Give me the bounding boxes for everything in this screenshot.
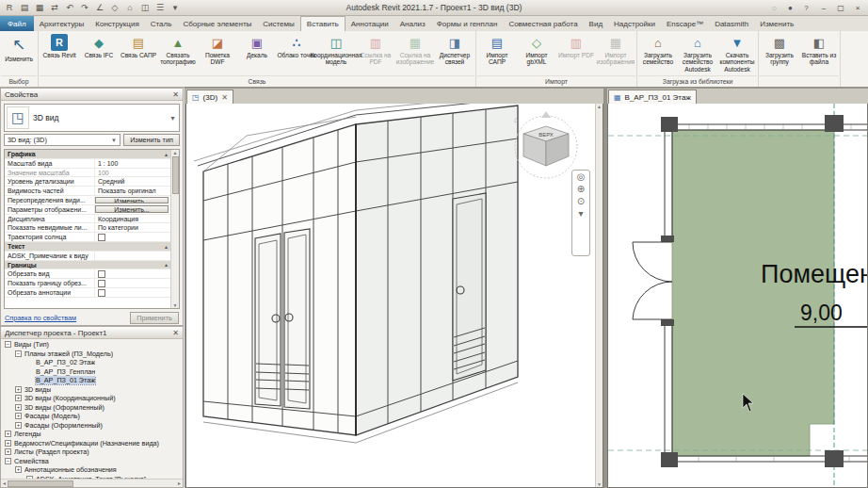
ribbon-tab[interactable]: Конструкция — [89, 17, 144, 31]
property-value[interactable]: 1 : 100 — [95, 159, 170, 168]
revit-logo-icon[interactable]: R — [3, 2, 16, 14]
canvas-plan[interactable]: Помещение 9,00 — [607, 104, 868, 488]
browser-tree-item[interactable]: В_АР_ПЗ_02 Этаж — [1, 358, 183, 367]
pan-icon-icon[interactable]: ⊕ — [577, 185, 585, 194]
expand-toggle-icon[interactable] — [5, 440, 11, 447]
ribbon-button[interactable]: Координационная модель — [316, 32, 356, 75]
expand-toggle-icon[interactable] — [15, 350, 22, 357]
close-icon[interactable]: ✕ — [221, 93, 228, 102]
property-row[interactable]: Видимость частей Показать оригинал — [5, 187, 170, 196]
ribbon-button[interactable]: Связать топографию — [158, 32, 198, 75]
browser-tree-item[interactable]: Фасады (Оформленный) — [1, 421, 183, 431]
property-row[interactable]: Показать границу обрез... — [5, 279, 170, 288]
browser-tree-item[interactable]: Аннотационные обозначения — [1, 465, 183, 475]
ribbon-tab[interactable]: Сборные элементы — [177, 17, 257, 31]
properties-help-link[interactable]: Справка по свойствам — [5, 314, 76, 322]
zoom-icon-icon[interactable]: ⊙ — [577, 197, 585, 206]
ribbon-button[interactable]: Импорт PDF — [556, 32, 596, 75]
expand-toggle-icon[interactable] — [15, 404, 22, 411]
file-menu-button[interactable]: Файл — [0, 16, 34, 31]
account-icon-icon[interactable]: ● — [783, 2, 797, 14]
sync-icon-icon[interactable]: ⇄ — [48, 2, 61, 14]
view-tab-plan[interactable]: ▦ В_АР_ПЗ_01 Этаж — [608, 89, 697, 104]
ribbon-tab[interactable]: Аннотации — [346, 17, 394, 31]
property-row[interactable]: Текст — [5, 242, 170, 252]
property-value[interactable]: 100 — [95, 169, 170, 177]
expand-toggle-icon[interactable] — [15, 386, 22, 393]
ribbon-tab[interactable]: Datasmith — [709, 17, 754, 31]
ribbon-tab[interactable]: Сталь — [145, 17, 178, 31]
ribbon-tab[interactable]: Анализ — [394, 17, 431, 31]
browser-tree-item[interactable]: Листы (Раздел проекта) — [1, 447, 183, 457]
navbar-dropdown-icon-icon[interactable]: ▾ — [578, 209, 583, 219]
ribbon-button[interactable]: Вставить из файла — [799, 32, 839, 75]
expand-toggle-icon[interactable] — [15, 413, 22, 419]
steering-wheel-icon-icon[interactable]: ◎ — [577, 172, 586, 182]
browser-tree-item[interactable]: Ведомости/Спецификации (Назначение вида) — [1, 439, 183, 448]
property-value[interactable]: Изменить... — [95, 197, 169, 204]
qat-dropdown-icon-icon[interactable]: ▾ — [169, 2, 182, 14]
property-row[interactable]: Обрезать вид — [5, 269, 170, 279]
ribbon-button[interactable]: Связь Revit — [40, 32, 79, 75]
property-row[interactable]: Параметры отображени... Изменить... — [5, 205, 170, 215]
open-icon-icon[interactable]: ▤ — [18, 2, 31, 14]
ribbon-button[interactable]: Ссылка на изображение — [395, 32, 435, 75]
ribbon-button[interactable]: Импорт gbXML — [517, 32, 556, 75]
view-3d-scrollbar[interactable]: ▲▼ — [595, 104, 603, 487]
property-value[interactable] — [95, 269, 170, 278]
property-value[interactable]: Изменить... — [95, 205, 169, 213]
browser-tree-item[interactable]: Планы этажей (ПЗ_Модель) — [1, 350, 183, 359]
ribbon-button[interactable]: Загрузить группу — [760, 32, 799, 75]
section-icon-icon[interactable]: ◫ — [138, 2, 152, 14]
canvas-3d[interactable]: ВЕРХ ⌂ ◎⊕⊙▾ ▲▼ — [185, 104, 603, 488]
ribbon-button[interactable]: Загрузить семейство Autodesk — [678, 32, 717, 75]
thin-lines-icon-icon[interactable]: ☰ — [153, 2, 167, 14]
default-3d-view-icon-icon[interactable]: ⌂ — [123, 2, 137, 14]
expand-toggle-icon[interactable] — [5, 448, 11, 455]
apply-button[interactable]: Применить — [130, 312, 179, 324]
property-row[interactable]: Дисциплина Координация — [5, 215, 170, 224]
expand-toggle-icon[interactable] — [15, 422, 22, 429]
ribbon-button[interactable]: Импорт изображения — [596, 32, 635, 75]
browser-tree-item[interactable]: Фасады (Модель) — [1, 412, 183, 421]
redo-icon-icon[interactable]: ↷ — [78, 2, 91, 14]
ribbon-button[interactable]: Загрузить семейство — [638, 32, 678, 75]
browser-tree-item[interactable]: 3D виды (Координационный) — [1, 394, 183, 403]
property-row[interactable]: Переопределения види... Изменить... — [5, 196, 170, 205]
viewcube[interactable]: ВЕРХ ⌂ — [514, 111, 577, 178]
ribbon-panel-label[interactable]: Загрузка из библиотеки — [638, 75, 757, 87]
help-icon-icon[interactable]: ? — [799, 2, 813, 14]
property-row[interactable]: Границы — [5, 261, 170, 270]
expand-toggle-icon[interactable] — [15, 395, 22, 401]
search-icon-icon[interactable]: ◌ — [767, 2, 781, 14]
chevron-down-icon[interactable]: ▼ — [169, 115, 179, 122]
view-instance-combo[interactable]: 3D вид: (3D) ▼ — [4, 134, 121, 146]
ribbon-button[interactable]: Связь IFC — [79, 32, 119, 75]
property-value[interactable]: Показать оригинал — [95, 187, 170, 195]
ribbon-button[interactable]: Ссылка на PDF — [356, 32, 395, 75]
ribbon-tab[interactable]: Совместная работа — [503, 17, 583, 31]
ribbon-button[interactable]: Пометка DWF — [198, 32, 237, 75]
browser-tree-item[interactable]: Семейства — [1, 457, 183, 466]
home-icon[interactable]: ⌂ — [514, 115, 519, 124]
property-row[interactable]: Обрезать аннотации — [5, 288, 170, 298]
undo-icon-icon[interactable]: ↶ — [63, 2, 76, 14]
expand-toggle-icon[interactable] — [5, 431, 11, 437]
browser-horizontal-scrollbar[interactable]: ◄► — [1, 479, 183, 487]
property-row[interactable]: Траектория солнца — [5, 233, 170, 242]
property-value[interactable] — [95, 233, 170, 241]
property-row[interactable]: Показать невидимые ли... По категории — [5, 223, 170, 233]
ribbon-panel-label[interactable]: Импорт — [477, 75, 635, 87]
property-value[interactable] — [95, 279, 170, 287]
property-value[interactable] — [95, 288, 170, 297]
save-icon-icon[interactable]: ▦ — [33, 2, 46, 14]
ribbon-button[interactable]: Скачать компоненты Autodesk — [717, 32, 757, 75]
ribbon-button[interactable]: Импорт САПР — [477, 32, 517, 75]
expand-toggle-icon[interactable] — [15, 466, 22, 473]
ribbon-button[interactable]: Диспетчер связей — [435, 32, 474, 75]
ribbon-button[interactable]: Декаль — [237, 32, 277, 75]
property-value[interactable]: Координация — [95, 215, 170, 223]
ribbon-button[interactable]: Изменить — [1, 32, 37, 75]
browser-tree-item[interactable]: Виды (Тип) — [1, 340, 183, 350]
property-value[interactable]: По категории — [95, 223, 170, 232]
